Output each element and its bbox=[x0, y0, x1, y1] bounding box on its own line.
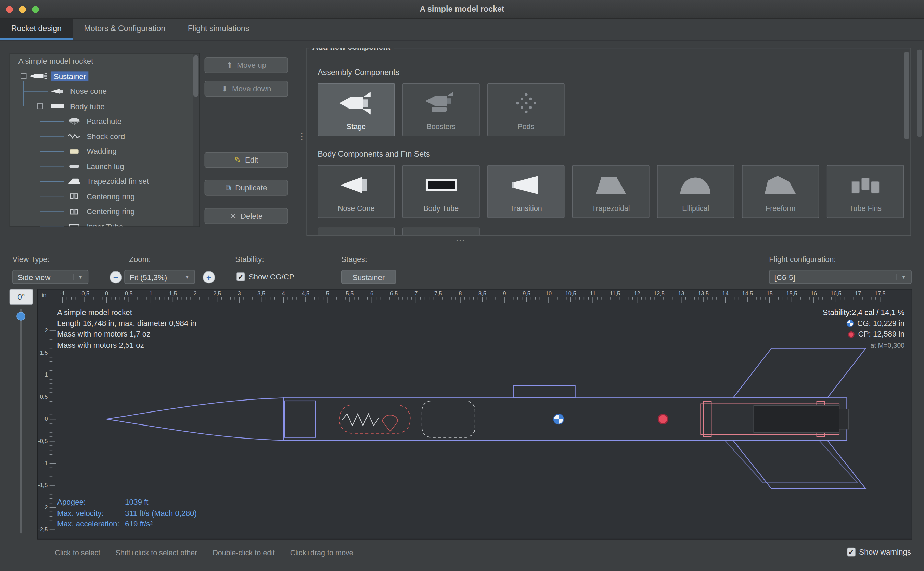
horizontal-splitter-handle[interactable]: ⋯ bbox=[456, 235, 466, 246]
add-trapezoidal-fin-button[interactable]: Trapezoidal bbox=[572, 165, 650, 218]
rocket-mass-with-motors: Mass with motors 2,51 oz bbox=[57, 340, 196, 351]
cp-value: CP: 12,589 in bbox=[858, 329, 905, 340]
pods-icon bbox=[507, 84, 545, 123]
apogee-value: 1039 ft bbox=[125, 497, 148, 506]
shock-cord-shape[interactable] bbox=[342, 414, 379, 426]
component-tree[interactable]: A simple model rocket Sustainer Nose con… bbox=[9, 53, 200, 227]
fin-bottom-back-shape[interactable] bbox=[725, 440, 857, 483]
fin-top-shape[interactable] bbox=[733, 349, 865, 398]
vertical-ruler: -2,5-2-1,5-1-0,500,511,52 bbox=[38, 327, 56, 532]
zoom-out-button[interactable]: − bbox=[109, 271, 122, 284]
svg-text:0: 0 bbox=[45, 415, 48, 422]
rocket-design-canvas[interactable]: -1-0,500,511,522,533,544,555,566,577,588… bbox=[37, 289, 912, 540]
fin-bottom-shape[interactable] bbox=[733, 440, 865, 489]
svg-text:-0,5: -0,5 bbox=[80, 290, 89, 296]
add-component-button-clipped-1[interactable] bbox=[317, 228, 395, 236]
statusbar-hints: Click to select Shift+click to select ot… bbox=[55, 549, 353, 557]
cp-icon bbox=[848, 331, 855, 338]
tab-motors-configuration[interactable]: Motors & Configuration bbox=[73, 19, 177, 40]
duplicate-button[interactable]: ⧉ Duplicate bbox=[205, 180, 288, 196]
vertical-splitter-handle[interactable]: ⋯ bbox=[296, 132, 308, 143]
maximize-window-button[interactable] bbox=[32, 6, 39, 13]
delete-button[interactable]: ✕ Delete bbox=[205, 208, 288, 224]
tree-item-trapezoidal-fin-set[interactable]: Trapezoidal fin set bbox=[84, 176, 151, 186]
svg-text:5,5: 5,5 bbox=[346, 290, 354, 296]
tree-item-shock-cord[interactable]: Shock cord bbox=[84, 131, 127, 141]
tab-rocket-design[interactable]: Rocket design bbox=[0, 19, 73, 40]
svg-text:17: 17 bbox=[855, 290, 861, 296]
tab-flight-simulations[interactable]: Flight simulations bbox=[177, 19, 260, 40]
tree-item-parachute[interactable]: Parachute bbox=[84, 116, 124, 126]
svg-text:6: 6 bbox=[370, 290, 373, 296]
nose-shoulder-shape[interactable] bbox=[285, 401, 316, 437]
svg-text:16: 16 bbox=[811, 290, 817, 296]
rotation-angle-field[interactable]: 0° bbox=[9, 289, 33, 305]
svg-text:15: 15 bbox=[767, 290, 773, 296]
svg-text:16,5: 16,5 bbox=[830, 290, 841, 296]
launch-lug-shape[interactable] bbox=[513, 386, 575, 398]
add-pods-button[interactable]: Pods bbox=[487, 83, 565, 136]
svg-text:-1: -1 bbox=[60, 290, 65, 296]
tree-item-sustainer[interactable]: Sustainer bbox=[51, 71, 88, 81]
shock-cord-icon bbox=[67, 133, 82, 140]
move-down-button[interactable]: ⬇ Move down bbox=[205, 81, 288, 97]
svg-text:8: 8 bbox=[459, 290, 462, 296]
minimize-window-button[interactable] bbox=[19, 6, 26, 13]
add-body-tube-button[interactable]: Body Tube bbox=[402, 165, 480, 218]
rotation-slider-handle[interactable] bbox=[17, 312, 25, 321]
zoom-in-button[interactable]: + bbox=[203, 271, 215, 284]
wadding-shape[interactable] bbox=[422, 401, 475, 437]
svg-text:15,5: 15,5 bbox=[787, 290, 798, 296]
svg-text:13,5: 13,5 bbox=[698, 290, 709, 296]
add-boosters-button[interactable]: Boosters bbox=[402, 83, 480, 136]
boosters-icon bbox=[422, 84, 460, 123]
hint-double-click: Double-click to edit bbox=[213, 549, 275, 557]
stage-icon bbox=[337, 84, 376, 123]
view-type-label: View Type: bbox=[12, 255, 49, 264]
stage-toggle-sustainer[interactable]: Sustainer bbox=[341, 270, 396, 284]
zoom-select[interactable]: Fit (51,3%) ▼ bbox=[124, 270, 195, 284]
rotation-slider-track[interactable] bbox=[20, 309, 22, 533]
tree-item-inner-tube[interactable]: Inner Tube bbox=[84, 221, 126, 227]
add-stage-button[interactable]: Stage bbox=[317, 83, 395, 136]
parachute-shape[interactable] bbox=[339, 405, 410, 434]
svg-text:10,5: 10,5 bbox=[565, 290, 576, 296]
flight-configuration-select[interactable]: [C6-5] ▼ bbox=[769, 270, 912, 284]
move-up-button[interactable]: ⬆ Move up bbox=[205, 57, 288, 73]
tree-item-wadding[interactable]: Wadding bbox=[84, 146, 119, 156]
stability-info-block: Stability:2,4 cal / 14,1 % CG: 10,229 in… bbox=[823, 307, 904, 350]
show-warnings-checkbox[interactable]: ✓ Show warnings bbox=[847, 548, 911, 557]
motor-shape[interactable] bbox=[753, 406, 849, 433]
tree-item-nose-cone[interactable]: Nose cone bbox=[68, 86, 109, 96]
tree-item-centering-ring-2[interactable]: Centering ring bbox=[84, 207, 137, 216]
tree-scrollbar[interactable] bbox=[192, 54, 199, 227]
add-panel-scrollbar[interactable] bbox=[904, 52, 909, 139]
add-tube-fins-button[interactable]: Tube Fins bbox=[827, 165, 904, 218]
window-scrollbar[interactable] bbox=[917, 49, 922, 137]
cg-value: CG: 10,229 in bbox=[857, 318, 904, 329]
tree-item-body-tube[interactable]: Body tube bbox=[68, 101, 107, 111]
mach-condition: at M=0,300 bbox=[823, 340, 904, 351]
add-elliptical-fin-button[interactable]: Elliptical bbox=[657, 165, 735, 218]
centering-ring-icon bbox=[67, 193, 82, 200]
close-window-button[interactable] bbox=[6, 6, 13, 13]
nose-cone-shape[interactable] bbox=[107, 398, 284, 440]
svg-text:-0,5: -0,5 bbox=[38, 438, 48, 444]
add-nose-cone-button[interactable]: Nose Cone bbox=[317, 165, 395, 218]
svg-text:9,5: 9,5 bbox=[522, 290, 530, 296]
svg-text:5: 5 bbox=[326, 290, 329, 296]
show-cgcp-checkbox[interactable]: ✓ Show CG/CP bbox=[236, 273, 294, 281]
tree-item-centering-ring-1[interactable]: Centering ring bbox=[84, 191, 137, 201]
centering-ring-fore-shape[interactable] bbox=[704, 401, 711, 437]
wadding-icon bbox=[67, 148, 82, 155]
hint-click-to-select: Click to select bbox=[55, 549, 100, 557]
view-type-select[interactable]: Side view ▼ bbox=[12, 270, 88, 284]
add-transition-button[interactable]: Transition bbox=[487, 165, 565, 218]
body-components-heading: Body Components and Fin Sets bbox=[317, 150, 430, 159]
svg-text:14,5: 14,5 bbox=[742, 290, 753, 296]
tree-root[interactable]: A simple model rocket bbox=[16, 56, 95, 66]
add-freeform-fin-button[interactable]: Freeform bbox=[742, 165, 819, 218]
add-component-button-clipped-2[interactable] bbox=[402, 228, 480, 236]
tree-item-launch-lug[interactable]: Launch lug bbox=[84, 161, 126, 171]
edit-button[interactable]: ✎ Edit bbox=[205, 152, 288, 168]
